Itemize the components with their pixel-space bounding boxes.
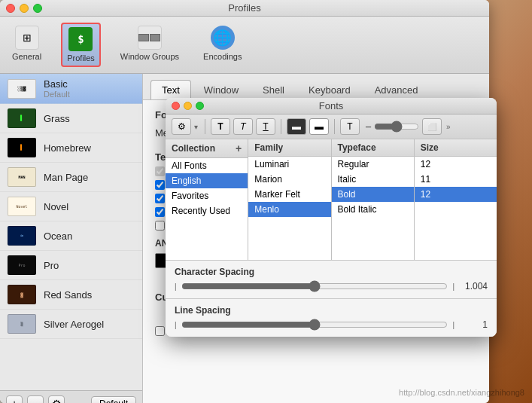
tab-advanced[interactable]: Advanced — [363, 80, 430, 99]
watermark: http://blog.csdn.net/xiangzhihong8 — [399, 388, 524, 397]
toolbar-item-general[interactable]: ⊞ General — [8, 23, 46, 64]
family-luminari[interactable]: Luminari — [248, 157, 330, 172]
profile-name-manpage: Man Page — [44, 172, 88, 183]
tab-bar: Text Window Shell Keyboard Advanced — [143, 74, 489, 100]
typeface-bold[interactable]: Bold — [332, 187, 414, 202]
profile-item-grass[interactable]: ▌ Grass — [0, 104, 142, 133]
window-groups-icon — [138, 26, 162, 50]
fonts-tool-italic[interactable]: T — [233, 118, 253, 135]
close-button[interactable] — [6, 4, 15, 13]
maximize-button[interactable] — [33, 4, 42, 13]
toolbar-item-profiles[interactable]: $ Profiles — [61, 23, 101, 67]
profile-item-redsands[interactable]: ▓ Red Sands — [0, 280, 142, 310]
profile-item-basic[interactable]: ░▒▓ Basic Default — [0, 74, 142, 104]
character-spacing-slider[interactable] — [181, 280, 448, 292]
toolbar-item-window-groups[interactable]: Window Groups — [116, 23, 184, 64]
remove-profile-button[interactable]: − — [27, 395, 44, 403]
fonts-tool-underline[interactable]: T — [256, 118, 275, 135]
line-spacing-section: Line Spacing | | 1 — [166, 298, 497, 337]
fonts-titlebar: Fonts — [166, 98, 497, 114]
profile-item-manpage[interactable]: MAN Man Page — [0, 163, 142, 192]
size-12-first[interactable]: 12 — [415, 157, 497, 172]
default-button[interactable]: Default — [91, 396, 136, 403]
blink-cursor-checkbox[interactable] — [155, 326, 165, 336]
profile-name-redsands: Red Sands — [44, 289, 92, 301]
profile-item-homebrew[interactable]: ▌ Homebrew — [0, 133, 142, 163]
typeface-header: Typeface — [332, 139, 414, 157]
fonts-tool-bold[interactable]: T — [211, 118, 230, 135]
size-column: Size 12 11 12 — [415, 139, 497, 260]
fonts-sep-2 — [281, 119, 281, 134]
fonts-tool-collections[interactable]: ⚙ — [172, 118, 191, 135]
tab-text[interactable]: Text — [150, 80, 191, 99]
profile-name-homebrew: Homebrew — [44, 142, 91, 154]
add-collection-button[interactable]: + — [236, 142, 242, 154]
fonts-toolbar: ⚙ ▾ T T T ▬ ▬ T ─ ⬜ » — [166, 114, 497, 139]
encodings-icon: 🌐 — [211, 26, 235, 50]
usebold-checkbox[interactable] — [155, 180, 165, 190]
profile-item-pro[interactable]: Pro Pro — [0, 251, 142, 280]
profile-thumb-homebrew: ▌ — [8, 138, 36, 157]
typeface-bold-italic[interactable]: Bold Italic — [332, 202, 414, 217]
window-groups-label: Window Groups — [120, 52, 179, 61]
family-list: Luminari Marion Marker Felt Menlo — [248, 157, 330, 260]
toolbar-item-encodings[interactable]: 🌐 Encodings — [199, 23, 246, 64]
tab-keyboard[interactable]: Keyboard — [297, 80, 362, 99]
line-spacing-row: | | 1 — [175, 319, 488, 331]
window-title: Profiles — [228, 2, 260, 14]
profile-thumb-redsands: ▓ — [8, 285, 36, 304]
family-header: Family — [248, 139, 330, 157]
fonts-minimize-button[interactable] — [184, 102, 192, 110]
display-checkbox[interactable] — [155, 207, 165, 217]
fonts-tool-square[interactable]: ⬜ — [422, 118, 442, 135]
fonts-tool-size[interactable]: T — [340, 118, 360, 135]
add-profile-button[interactable]: + — [6, 395, 23, 403]
collection-column: Collection + All Fonts English Favorites… — [166, 139, 248, 260]
character-spacing-section: Character Spacing | | 1.004 — [166, 260, 497, 298]
size-list: 12 11 12 — [415, 157, 497, 260]
character-spacing-label: Character Spacing — [175, 267, 488, 277]
collection-favorites[interactable]: Favorites — [166, 188, 248, 203]
profile-name-ocean: Ocean — [44, 231, 72, 242]
family-marion[interactable]: Marion — [248, 172, 330, 187]
settings-button[interactable]: ⚙ — [48, 395, 65, 403]
antialias-checkbox[interactable] — [155, 166, 165, 176]
profile-thumb-silveraerogel: ▒ — [8, 314, 36, 334]
profile-default-basic: Default — [44, 90, 70, 99]
profile-item-ocean[interactable]: ≈ Ocean — [0, 221, 142, 251]
profile-thumb-novel: Novel — [8, 197, 36, 216]
profile-thumb-basic: ░▒▓ — [8, 79, 36, 99]
tab-window[interactable]: Window — [193, 80, 250, 99]
family-marker-felt[interactable]: Marker Felt — [248, 187, 330, 202]
useblinking-checkbox[interactable] — [155, 221, 165, 231]
size-11[interactable]: 11 — [415, 172, 497, 187]
typeface-regular[interactable]: Regular — [332, 157, 414, 172]
profile-thumb-pro: Pro — [8, 255, 36, 275]
family-menlo[interactable]: Menlo — [248, 202, 330, 217]
general-icon: ⊞ — [15, 26, 39, 50]
line-spacing-label: Line Spacing — [175, 305, 488, 316]
profile-name-pro: Pro — [44, 260, 59, 271]
profile-name-novel: Novel — [44, 201, 68, 212]
typeface-italic[interactable]: Italic — [332, 172, 414, 187]
profile-item-novel[interactable]: Novel Novel — [0, 192, 142, 221]
fonts-close-button[interactable] — [172, 102, 180, 110]
size-12-selected[interactable]: 12 — [415, 187, 497, 202]
fonts-tool-color2[interactable]: ▬ — [309, 118, 329, 135]
collection-all-fonts[interactable]: All Fonts — [166, 158, 248, 173]
minimize-button[interactable] — [20, 4, 29, 13]
tab-shell[interactable]: Shell — [251, 80, 296, 99]
fonts-tool-color1[interactable]: ▬ — [287, 118, 306, 135]
collection-english[interactable]: English — [166, 173, 248, 188]
profile-item-silveraerogel[interactable]: ▒ Silver Aerogel — [0, 310, 142, 339]
size-slider[interactable] — [374, 121, 419, 133]
spacing-tick-left: | — [175, 282, 177, 291]
character-spacing-value: 1.004 — [459, 281, 488, 292]
collection-recently-used[interactable]: Recently Used — [166, 203, 248, 218]
collection-list: All Fonts English Favorites Recently Use… — [166, 158, 248, 260]
allow-checkbox[interactable] — [155, 194, 165, 203]
encodings-label: Encodings — [203, 52, 242, 61]
fonts-maximize-button[interactable] — [196, 102, 204, 110]
profile-thumb-grass: ▌ — [8, 108, 36, 128]
line-spacing-slider[interactable] — [181, 319, 448, 331]
